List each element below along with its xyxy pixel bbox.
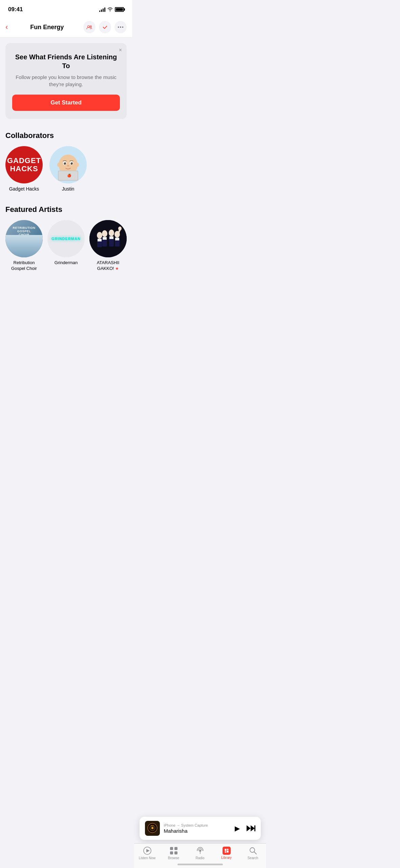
- svg-point-9: [76, 163, 79, 167]
- friends-icon: [86, 24, 92, 30]
- collaborator-justin[interactable]: 🍎 Justin: [49, 146, 87, 192]
- star-badge: ★: [115, 266, 119, 271]
- atarashii-art: [89, 220, 127, 257]
- gadget-hacks-logo: GADGETHACKS: [7, 157, 41, 173]
- svg-point-13: [71, 162, 73, 165]
- grinderman-name: Grinderman: [55, 260, 78, 266]
- gadget-hacks-name: Gadget Hacks: [9, 186, 39, 192]
- status-bar: 09:41: [0, 0, 132, 17]
- collaborators-section: Collaborators GADGETHACKS Gadget Hacks: [0, 124, 132, 198]
- friends-button[interactable]: [83, 21, 96, 33]
- battery-icon: [115, 7, 124, 12]
- get-started-button[interactable]: Get Started: [12, 95, 120, 111]
- nav-actions: [83, 21, 127, 33]
- svg-point-16: [67, 165, 69, 166]
- svg-point-21: [97, 232, 102, 239]
- svg-point-34: [118, 226, 122, 231]
- retribution-avatar: RETRIBUTIONGOSPELCHOIR: [5, 220, 43, 257]
- friends-banner-title: See What Friends Are Listening To: [12, 53, 120, 70]
- svg-rect-32: [115, 238, 119, 240]
- status-time: 09:41: [8, 6, 23, 13]
- wifi-icon: [107, 7, 113, 12]
- retribution-art: RETRIBUTIONGOSPELCHOIR: [5, 220, 43, 257]
- artist-retribution-gospel-choir[interactable]: RETRIBUTIONGOSPELCHOIR RetributionGospel…: [5, 220, 43, 272]
- collaborators-title: Collaborators: [5, 131, 127, 140]
- atarashii-name: ATARASHII GAKKO! ★: [89, 260, 127, 272]
- atarashii-avatar: [89, 220, 127, 257]
- svg-point-2: [118, 26, 119, 28]
- collaborator-gadget-hacks[interactable]: GADGETHACKS Gadget Hacks: [5, 146, 43, 192]
- svg-point-8: [57, 163, 60, 167]
- artists-list: RETRIBUTIONGOSPELCHOIR RetributionGospel…: [5, 220, 127, 275]
- artist-grinderman[interactable]: GRINDERMAN Grinderman: [47, 220, 85, 272]
- svg-rect-29: [109, 236, 113, 239]
- svg-point-12: [64, 162, 66, 165]
- navigation-bar: ‹ Fun Energy: [0, 17, 132, 38]
- grinderman-avatar: GRINDERMAN: [47, 220, 85, 257]
- artist-atarashii-gakko[interactable]: ATARASHII GAKKO! ★: [89, 220, 127, 272]
- back-button[interactable]: ‹: [5, 22, 10, 32]
- friends-banner: × See What Friends Are Listening To Foll…: [0, 38, 132, 124]
- svg-point-27: [109, 230, 114, 236]
- close-banner-button[interactable]: ×: [119, 47, 122, 53]
- status-icons: [99, 7, 124, 12]
- svg-rect-23: [98, 239, 102, 241]
- page-title: Fun Energy: [30, 24, 64, 31]
- svg-point-4: [122, 26, 124, 28]
- checkmark-button[interactable]: [99, 21, 111, 33]
- justin-memoji: 🍎: [49, 146, 87, 183]
- svg-point-1: [90, 26, 91, 27]
- more-button[interactable]: [114, 21, 127, 33]
- svg-text:🍎: 🍎: [67, 173, 71, 178]
- checkmark-icon: [102, 24, 108, 30]
- more-icon: [118, 24, 124, 30]
- justin-name: Justin: [62, 186, 75, 192]
- friends-banner-description: Follow people you know to browse the mus…: [12, 74, 120, 88]
- retribution-name: RetributionGospel Choir: [11, 260, 37, 272]
- signal-icon: [99, 7, 105, 12]
- collaborators-list: GADGETHACKS Gadget Hacks: [5, 146, 127, 195]
- main-content: × See What Friends Are Listening To Foll…: [0, 38, 132, 333]
- featured-artists-section: Featured Artists RETRIBUTIONGOSPELCHOIR …: [0, 198, 132, 278]
- featured-artists-title: Featured Artists: [5, 205, 127, 214]
- svg-point-24: [102, 230, 107, 237]
- svg-point-3: [120, 26, 121, 28]
- justin-avatar: 🍎: [49, 146, 87, 183]
- svg-point-15: [71, 163, 72, 163]
- gadget-hacks-avatar: GADGETHACKS: [5, 146, 43, 183]
- grinderman-logo: GRINDERMAN: [51, 237, 81, 241]
- friends-card: × See What Friends Are Listening To Foll…: [5, 43, 127, 119]
- svg-rect-26: [103, 237, 107, 240]
- svg-point-14: [64, 163, 65, 163]
